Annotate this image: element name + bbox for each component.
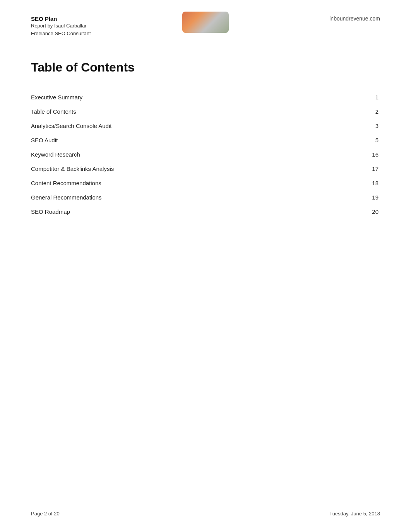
toc-row: Content Recommendations18 [31,176,380,190]
header-subtitle-line2: Freelance SEO Consultant [31,30,91,38]
toc-item-label: Competitor & Backlinks Analysis [31,162,345,176]
website-label: inboundrevenue.com [329,15,380,22]
footer-page-label: Page 2 of 20 [31,511,60,517]
toc-item-page: 20 [345,205,380,219]
toc-item-page: 17 [345,162,380,176]
toc-item-label: Analytics/Search Console Audit [31,119,345,133]
toc-row: Analytics/Search Console Audit3 [31,119,380,133]
toc-row: General Recommendations19 [31,190,380,205]
toc-item-label: Content Recommendations [31,176,345,190]
toc-item-page: 2 [345,104,380,119]
header-title: SEO Plan [31,15,91,22]
toc-row: Keyword Research16 [31,147,380,162]
toc-item-page: 1 [345,90,380,104]
footer-date-label: Tuesday, June 5, 2018 [329,511,380,517]
toc-item-page: 19 [345,190,380,205]
toc-item-label: SEO Audit [31,133,345,147]
toc-table: Executive Summary1Table of Contents2Anal… [31,90,380,219]
header-subtitle-line1: Report by Isaul Carballar [31,22,91,30]
header-website: inboundrevenue.com [329,15,380,22]
toc-item-label: SEO Roadmap [31,205,345,219]
logo-image [182,12,229,33]
toc-item-page: 5 [345,133,380,147]
toc-row: Table of Contents2 [31,104,380,119]
toc-row: SEO Audit5 [31,133,380,147]
toc-item-label: Table of Contents [31,104,345,119]
footer: Page 2 of 20 Tuesday, June 5, 2018 [31,511,380,517]
toc-row: Competitor & Backlinks Analysis17 [31,162,380,176]
toc-row: SEO Roadmap20 [31,205,380,219]
toc-item-page: 3 [345,119,380,133]
toc-row: Executive Summary1 [31,90,380,104]
toc-heading: Table of Contents [31,60,380,75]
toc-item-page: 16 [345,147,380,162]
toc-item-label: General Recommendations [31,190,345,205]
header-logo [182,12,229,33]
toc-item-label: Keyword Research [31,147,345,162]
header-left: SEO Plan Report by Isaul Carballar Freel… [31,15,91,37]
page: SEO Plan Report by Isaul Carballar Freel… [0,0,411,532]
toc-item-label: Executive Summary [31,90,345,104]
header: SEO Plan Report by Isaul Carballar Freel… [31,15,380,37]
toc-item-page: 18 [345,176,380,190]
